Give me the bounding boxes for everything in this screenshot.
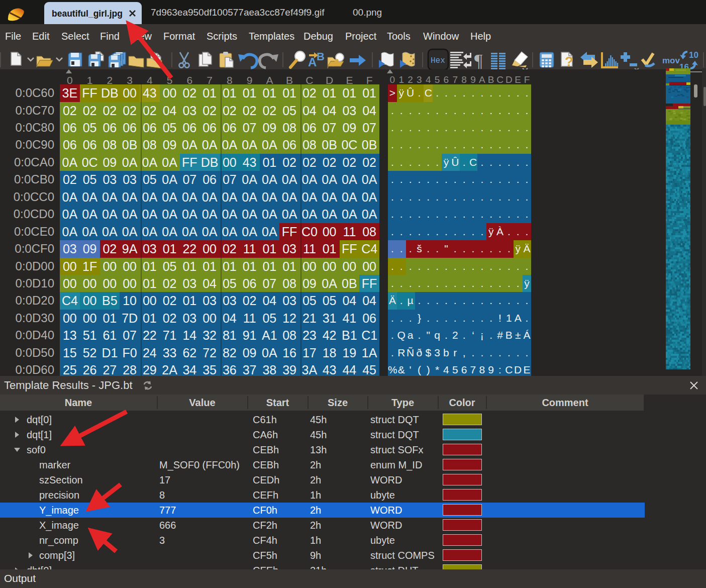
- svg-text:¶: ¶: [474, 51, 482, 71]
- svg-text:B: B: [317, 50, 325, 63]
- svg-text:?: ?: [565, 54, 573, 69]
- svg-text:mov: mov: [662, 56, 680, 65]
- svg-text:A: A: [308, 55, 317, 69]
- svg-text:10: 10: [689, 50, 698, 60]
- svg-text:Hex: Hex: [431, 56, 445, 65]
